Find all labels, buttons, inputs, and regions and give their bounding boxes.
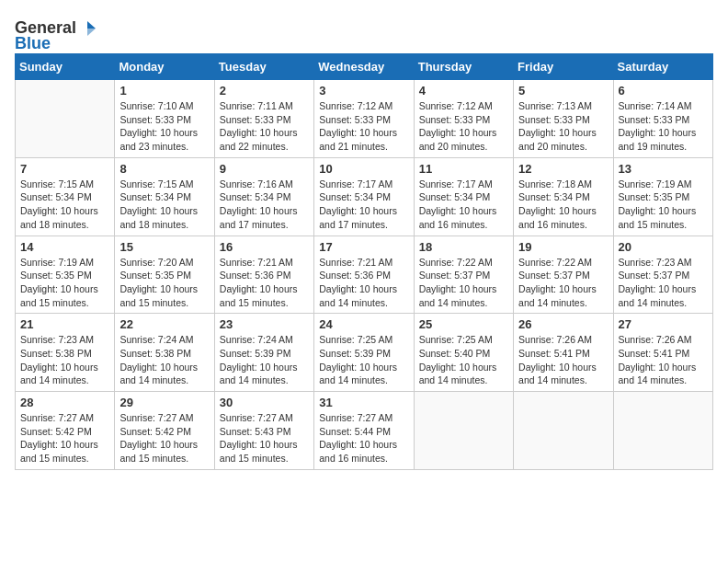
day-info: Sunrise: 7:26 AM Sunset: 5:41 PM Dayligh…: [619, 333, 708, 387]
calendar-cell: 28Sunrise: 7:27 AM Sunset: 5:42 PM Dayli…: [16, 392, 115, 470]
calendar-cell: 10Sunrise: 7:17 AM Sunset: 5:34 PM Dayli…: [314, 157, 414, 236]
day-info: Sunrise: 7:16 AM Sunset: 5:34 PM Dayligh…: [220, 178, 309, 232]
day-info: Sunrise: 7:18 AM Sunset: 5:34 PM Dayligh…: [518, 178, 608, 232]
day-info: Sunrise: 7:27 AM Sunset: 5:42 PM Dayligh…: [119, 411, 209, 465]
day-info: Sunrise: 7:15 AM Sunset: 5:34 PM Dayligh…: [119, 178, 209, 232]
weekday-header-thursday: Thursday: [414, 54, 513, 80]
calendar-cell: 23Sunrise: 7:24 AM Sunset: 5:39 PM Dayli…: [214, 314, 313, 392]
calendar-cell: 27Sunrise: 7:26 AM Sunset: 5:41 PM Dayli…: [613, 314, 712, 392]
calendar-cell: 11Sunrise: 7:17 AM Sunset: 5:34 PM Dayli…: [414, 157, 513, 236]
day-info: Sunrise: 7:27 AM Sunset: 5:44 PM Dayligh…: [319, 411, 408, 465]
day-info: Sunrise: 7:11 AM Sunset: 5:33 PM Dayligh…: [220, 99, 309, 154]
day-info: Sunrise: 7:22 AM Sunset: 5:37 PM Dayligh…: [518, 256, 608, 310]
calendar-cell: 20Sunrise: 7:23 AM Sunset: 5:37 PM Dayli…: [613, 236, 712, 314]
calendar-table: SundayMondayTuesdayWednesdayThursdayFrid…: [15, 53, 713, 470]
day-number: 18: [419, 240, 508, 254]
calendar-cell: 17Sunrise: 7:21 AM Sunset: 5:36 PM Dayli…: [314, 236, 414, 314]
weekday-header-sunday: Sunday: [16, 54, 115, 80]
day-number: 14: [20, 240, 109, 254]
weekday-header-saturday: Saturday: [613, 54, 712, 80]
svg-marker-1: [87, 29, 96, 36]
day-info: Sunrise: 7:27 AM Sunset: 5:43 PM Dayligh…: [220, 411, 309, 465]
day-info: Sunrise: 7:20 AM Sunset: 5:35 PM Dayligh…: [119, 256, 209, 310]
day-number: 4: [419, 84, 508, 98]
day-number: 28: [20, 396, 109, 409]
calendar-cell: 21Sunrise: 7:23 AM Sunset: 5:38 PM Dayli…: [16, 314, 115, 392]
calendar-cell: [613, 392, 712, 470]
day-info: Sunrise: 7:23 AM Sunset: 5:38 PM Dayligh…: [20, 333, 109, 387]
logo: General Blue: [15, 18, 98, 53]
day-info: Sunrise: 7:12 AM Sunset: 5:33 PM Dayligh…: [419, 99, 508, 154]
day-info: Sunrise: 7:15 AM Sunset: 5:34 PM Dayligh…: [20, 178, 109, 232]
day-info: Sunrise: 7:23 AM Sunset: 5:37 PM Dayligh…: [619, 256, 708, 310]
calendar-cell: 14Sunrise: 7:19 AM Sunset: 5:35 PM Dayli…: [16, 236, 115, 314]
day-info: Sunrise: 7:17 AM Sunset: 5:34 PM Dayligh…: [419, 178, 508, 232]
calendar-cell: 5Sunrise: 7:13 AM Sunset: 5:33 PM Daylig…: [514, 80, 613, 158]
day-info: Sunrise: 7:14 AM Sunset: 5:33 PM Dayligh…: [619, 99, 708, 154]
calendar-cell: 26Sunrise: 7:26 AM Sunset: 5:41 PM Dayli…: [514, 314, 613, 392]
day-number: 15: [119, 240, 209, 254]
day-info: Sunrise: 7:21 AM Sunset: 5:36 PM Dayligh…: [220, 256, 309, 310]
day-info: Sunrise: 7:21 AM Sunset: 5:36 PM Dayligh…: [319, 256, 408, 310]
day-number: 31: [319, 396, 408, 409]
calendar-cell: 12Sunrise: 7:18 AM Sunset: 5:34 PM Dayli…: [514, 157, 613, 236]
day-info: Sunrise: 7:19 AM Sunset: 5:35 PM Dayligh…: [619, 178, 708, 232]
week-row-4: 21Sunrise: 7:23 AM Sunset: 5:38 PM Dayli…: [16, 314, 713, 392]
day-info: Sunrise: 7:25 AM Sunset: 5:40 PM Dayligh…: [419, 333, 508, 387]
calendar-cell: 30Sunrise: 7:27 AM Sunset: 5:43 PM Dayli…: [214, 392, 313, 470]
day-number: 30: [220, 396, 309, 409]
day-number: 16: [220, 240, 309, 254]
day-number: 11: [419, 162, 508, 176]
calendar-cell: 7Sunrise: 7:15 AM Sunset: 5:34 PM Daylig…: [16, 157, 115, 236]
calendar-cell: [414, 392, 513, 470]
day-number: 17: [319, 240, 408, 254]
calendar-cell: 13Sunrise: 7:19 AM Sunset: 5:35 PM Dayli…: [613, 157, 712, 236]
day-info: Sunrise: 7:27 AM Sunset: 5:42 PM Dayligh…: [20, 411, 109, 465]
week-row-5: 28Sunrise: 7:27 AM Sunset: 5:42 PM Dayli…: [16, 392, 713, 470]
calendar-cell: 22Sunrise: 7:24 AM Sunset: 5:38 PM Dayli…: [115, 314, 214, 392]
calendar-cell: 8Sunrise: 7:15 AM Sunset: 5:34 PM Daylig…: [115, 157, 214, 236]
week-row-3: 14Sunrise: 7:19 AM Sunset: 5:35 PM Dayli…: [16, 236, 713, 314]
day-number: 5: [518, 84, 608, 98]
day-number: 20: [619, 240, 708, 254]
day-number: 3: [319, 84, 408, 98]
day-number: 8: [119, 162, 209, 176]
day-number: 27: [619, 317, 708, 331]
day-number: 7: [20, 162, 109, 176]
day-number: 24: [319, 317, 408, 331]
calendar-cell: 3Sunrise: 7:12 AM Sunset: 5:33 PM Daylig…: [314, 80, 414, 158]
calendar-cell: 1Sunrise: 7:10 AM Sunset: 5:33 PM Daylig…: [115, 80, 214, 158]
weekday-header-row: SundayMondayTuesdayWednesdayThursdayFrid…: [16, 54, 713, 80]
calendar-cell: 9Sunrise: 7:16 AM Sunset: 5:34 PM Daylig…: [214, 157, 313, 236]
day-info: Sunrise: 7:22 AM Sunset: 5:37 PM Dayligh…: [419, 256, 508, 310]
day-info: Sunrise: 7:12 AM Sunset: 5:33 PM Dayligh…: [319, 99, 408, 154]
day-info: Sunrise: 7:19 AM Sunset: 5:35 PM Dayligh…: [20, 256, 109, 310]
day-number: 21: [20, 317, 109, 331]
weekday-header-wednesday: Wednesday: [314, 54, 414, 80]
day-number: 6: [619, 84, 708, 98]
calendar-cell: 31Sunrise: 7:27 AM Sunset: 5:44 PM Dayli…: [314, 392, 414, 470]
logo-flag-icon: [77, 19, 97, 38]
logo-blue-text: Blue: [15, 34, 51, 53]
day-number: 29: [119, 396, 209, 409]
day-number: 9: [220, 162, 309, 176]
svg-marker-0: [87, 21, 96, 29]
day-info: Sunrise: 7:13 AM Sunset: 5:33 PM Dayligh…: [518, 99, 608, 154]
day-number: 10: [319, 162, 408, 176]
weekday-header-friday: Friday: [514, 54, 613, 80]
day-number: 25: [419, 317, 508, 331]
day-number: 13: [619, 162, 708, 176]
day-number: 1: [119, 84, 209, 98]
day-number: 19: [518, 240, 608, 254]
day-info: Sunrise: 7:24 AM Sunset: 5:38 PM Dayligh…: [119, 333, 209, 387]
day-info: Sunrise: 7:26 AM Sunset: 5:41 PM Dayligh…: [518, 333, 608, 387]
calendar-cell: 24Sunrise: 7:25 AM Sunset: 5:39 PM Dayli…: [314, 314, 414, 392]
day-number: 22: [119, 317, 209, 331]
calendar-cell: 2Sunrise: 7:11 AM Sunset: 5:33 PM Daylig…: [214, 80, 313, 158]
calendar-cell: 15Sunrise: 7:20 AM Sunset: 5:35 PM Dayli…: [115, 236, 214, 314]
calendar-cell: [514, 392, 613, 470]
weekday-header-tuesday: Tuesday: [214, 54, 313, 80]
calendar-cell: [16, 80, 115, 158]
calendar-cell: 16Sunrise: 7:21 AM Sunset: 5:36 PM Dayli…: [214, 236, 313, 314]
day-info: Sunrise: 7:24 AM Sunset: 5:39 PM Dayligh…: [220, 333, 309, 387]
